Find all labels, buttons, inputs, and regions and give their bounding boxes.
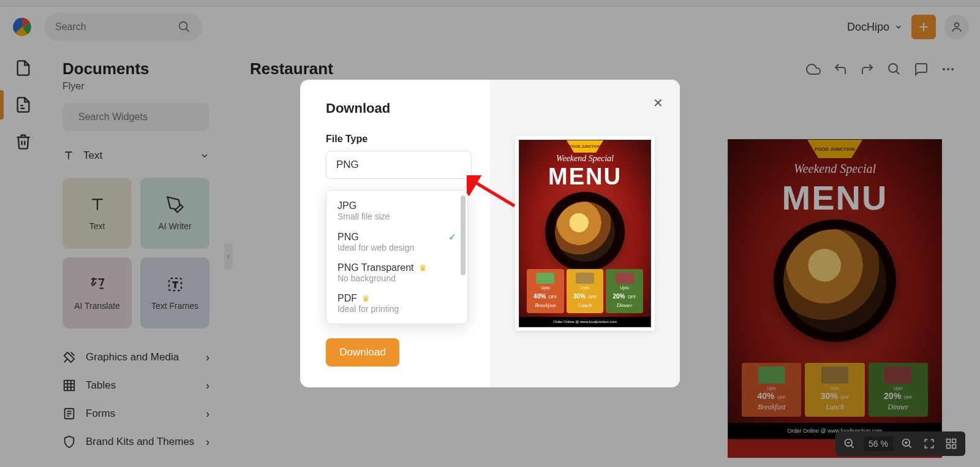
- flyer-badge: FOOD JUNCTION: [567, 140, 603, 153]
- deal-breakfast: Upto40% OFFBreakfast: [527, 269, 564, 313]
- option-title: PDF: [337, 293, 357, 304]
- option-desc: Ideal for printing: [337, 304, 456, 314]
- option-desc: Ideal for web design: [337, 243, 456, 252]
- option-title: JPG: [337, 200, 356, 211]
- flyer-dish-image: [545, 192, 625, 271]
- check-icon: ✓: [448, 231, 456, 243]
- deal-lunch: Upto30% OFFLunch: [567, 269, 604, 313]
- file-type-value: PNG: [336, 159, 359, 171]
- crown-icon: ♛: [419, 263, 427, 273]
- option-jpg[interactable]: JPG Small file size: [326, 196, 467, 226]
- file-type-label: File Type: [326, 134, 472, 145]
- download-preview: FOOD JUNCTION Weekend Special MENU Upto4…: [515, 136, 655, 331]
- option-png[interactable]: PNG✓ Ideal for web design: [326, 226, 467, 257]
- modal-title: Download: [326, 101, 472, 116]
- flyer-subhead: Weekend Special: [519, 154, 650, 164]
- flyer-title: MENU: [519, 164, 650, 190]
- option-title: PNG Transparent: [337, 262, 414, 273]
- file-type-select[interactable]: PNG: [326, 151, 472, 179]
- annotation-arrow: [467, 175, 518, 210]
- file-type-dropdown: JPG Small file size PNG✓ Ideal for web d…: [326, 190, 468, 324]
- option-desc: Small file size: [337, 211, 456, 221]
- download-modal: Download File Type PNG JPG Small file si…: [300, 80, 680, 387]
- modal-overlay[interactable]: Download File Type PNG JPG Small file si…: [0, 0, 980, 467]
- crown-icon: ♛: [362, 294, 370, 303]
- dropdown-scrollbar[interactable]: [461, 196, 466, 275]
- flyer-url: Order Online @ www.foodjunction.com: [519, 317, 650, 327]
- option-png-transparent[interactable]: PNG Transparent ♛ No background: [326, 257, 467, 288]
- option-title: PNG: [337, 232, 359, 243]
- close-modal-button[interactable]: ✕: [649, 94, 666, 112]
- option-pdf[interactable]: PDF ♛ Ideal for printing: [326, 288, 467, 319]
- option-desc: No background: [337, 273, 456, 283]
- svg-line-41: [472, 180, 514, 206]
- deal-dinner: Upto20% OFFDinner: [606, 269, 643, 313]
- download-button[interactable]: Download: [326, 338, 399, 366]
